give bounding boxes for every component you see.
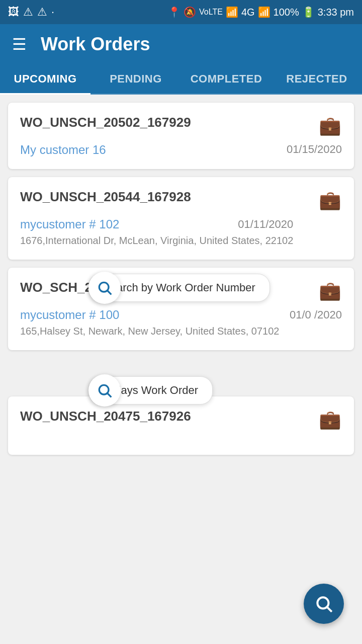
wo-customer-3: mycustomer # 100 [20,308,119,322]
svg-point-0 [99,282,109,292]
wo-number-1: WO_UNSCH_20502_167929 [20,115,191,130]
volte-icon: VoLTE [199,8,223,17]
tab-completed[interactable]: COMPLETED [181,64,272,94]
tab-rejected[interactable]: REJECTED [272,64,362,94]
fab-search-button[interactable] [304,584,344,624]
location-icon: 📍 [168,6,180,18]
briefcase-pink-icon: 💼 [319,115,341,136]
time: 3:33 pm [318,7,354,18]
wo-address-3: 165,Halsey St, Newark, New Jersey, Unite… [20,324,342,338]
wo-date-1: 01/15/2020 [287,143,342,156]
card-header-2: WO_UNSCH_20544_167928 💼 [20,189,342,211]
wo-customer-1: My customer 16 [20,143,106,157]
image-icon: 🖼 [8,6,19,19]
wo-icon-4: 💼 [318,409,342,431]
page-title: Work Orders [41,34,150,55]
work-order-card-2[interactable]: WO_UNSCH_20544_167928 💼 mycustomer # 102… [8,177,354,260]
work-order-card-3-wrapper: WO_SCH_20542_167927 💼 mycustomer # 100 0… [8,268,354,350]
svg-line-3 [108,393,111,397]
wo-date-2: 01/11/2020 [238,218,293,231]
card-details-3: mycustomer # 100 01/0 /2020 165,Halsey S… [20,308,342,338]
briefcase-tan-icon: 💼 [319,280,341,301]
status-bar: 🖼 ⚠ ⚠ · 📍 🔕 VoLTE 📶 4G 📶 100% 🔋 3:33 pm [0,0,362,24]
alert-icon: ⚠ [23,6,33,19]
wo-customer-2: mycustomer # 102 [20,217,119,231]
wo-icon-1: 💼 [318,115,342,137]
wo-number-4: WO_UNSCH_20475_167926 [20,409,191,424]
svg-line-5 [327,607,332,612]
tab-bar: UPCOMING PENDING COMPLETED REJECTED [0,64,362,95]
wo-icon-2: 💼 [318,189,342,211]
wo-icon-3: 💼 [318,280,342,302]
briefcase-pink2-icon: 💼 [319,409,341,430]
status-bar-left: 🖼 ⚠ ⚠ · [8,6,54,19]
card-footer-2: mycustomer # 102 01/11/2020 1676,Interna… [20,217,342,248]
sim-icon: 📶 [226,6,238,18]
signal-icon: 4G [241,7,255,18]
menu-button[interactable]: ☰ [12,35,27,54]
content-area: WO_UNSCH_20502_167929 💼 My customer 16 0… [0,95,362,463]
svg-point-4 [317,597,328,608]
briefcase-yellow-icon: 💼 [319,190,341,211]
svg-line-1 [108,291,111,294]
signal-bars: 📶 [258,6,270,18]
battery-icon: 🔋 [302,6,315,18]
dot-icon: · [51,6,54,19]
alert-icon-2: ⚠ [37,6,47,19]
status-bar-right: 📍 🔕 VoLTE 📶 4G 📶 100% 🔋 3:33 pm [168,6,354,18]
wo-number-2: WO_UNSCH_20544_167928 [20,189,191,205]
search-workorder-button[interactable] [88,272,121,304]
work-order-card-1[interactable]: WO_UNSCH_20502_167929 💼 My customer 16 0… [8,103,354,169]
todays-workorder-button[interactable] [88,374,121,407]
battery-percent: 100% [274,7,299,18]
work-order-card-4[interactable]: WO_UNSCH_20475_167926 💼 [8,396,354,455]
card-footer-1: My customer 16 01/15/2020 [20,143,342,157]
wo-date-3: 01/0 /2020 [290,308,342,321]
app-header: ☰ Work Orders [0,24,362,64]
tab-upcoming[interactable]: UPCOMING [0,64,90,94]
card-footer-3: mycustomer # 100 01/0 /2020 165,Halsey S… [20,308,342,338]
wo-address-2: 1676,International Dr, McLean, Virginia,… [20,233,293,248]
card-details-2: mycustomer # 102 01/11/2020 1676,Interna… [20,217,293,248]
card-header-1: WO_UNSCH_20502_167929 💼 [20,115,342,137]
silent-icon: 🔕 [184,6,196,18]
tab-pending[interactable]: PENDING [90,64,181,94]
card-header-4: WO_UNSCH_20475_167926 💼 [20,409,342,431]
svg-point-2 [99,385,109,394]
